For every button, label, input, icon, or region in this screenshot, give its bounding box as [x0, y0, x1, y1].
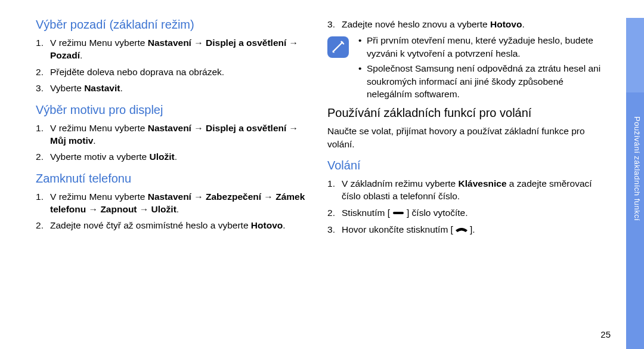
list-call: V základním režimu vyberte Klávesnice a …: [327, 177, 611, 237]
end-call-key-icon: [454, 224, 469, 237]
call-key-icon: [391, 207, 405, 220]
note-box: Při prvním otevření menu, které vyžaduje…: [327, 34, 611, 103]
list-item: V režimu Menu vyberte Nastavení → Zabezp…: [50, 190, 313, 216]
list-wallpaper: V režimu Menu vyberte Nastavení → Disple…: [36, 36, 313, 95]
note-icon: [327, 36, 349, 58]
list-item: Zadejte nové heslo znovu a vyberte Hotov…: [342, 18, 611, 30]
svg-rect-0: [393, 212, 404, 214]
list-item: Hovor ukončíte stisknutím [].: [342, 223, 611, 237]
list-item: Přejděte doleva nebo doprava na obrázek.: [50, 66, 313, 78]
paragraph: Naučte se volat, přijímat hovory a použí…: [327, 125, 611, 150]
list-lock: V režimu Menu vyberte Nastavení → Zabezp…: [36, 190, 313, 232]
heading-wallpaper: Výběr pozadí (základní režim): [36, 18, 313, 32]
list-item: Zadejte nové čtyř až osmimístné heslo a …: [50, 219, 313, 231]
note-item: Společnost Samsung není odpovědná za ztr…: [367, 62, 611, 100]
list-item: Vyberte motiv a vyberte Uložit.: [50, 150, 313, 163]
page-number: 25: [600, 329, 611, 339]
note-list: Při prvním otevření menu, které vyžaduje…: [357, 34, 611, 103]
document-page: Výběr pozadí (základní režim) V režimu M…: [0, 0, 644, 349]
list-item: V základním režimu vyberte Klávesnice a …: [342, 177, 611, 203]
list-item: Stisknutím [] číslo vytočíte.: [342, 206, 611, 220]
left-column: Výběr pozadí (základní režim) V režimu M…: [36, 18, 313, 337]
list-item: V režimu Menu vyberte Nastavení → Disple…: [50, 36, 313, 62]
right-column: Zadejte nové heslo znovu a vyberte Hotov…: [327, 18, 611, 337]
heading-theme: Výběr motivu pro displej: [36, 103, 313, 117]
heading-lock: Zamknutí telefonu: [36, 172, 313, 186]
list-item: Vyberte Nastavit.: [50, 82, 313, 94]
side-tab-label: Používání základních funkcí: [633, 116, 642, 221]
note-item: Při prvním otevření menu, které vyžaduje…: [367, 34, 611, 60]
list-lock-continued: Zadejte nové heslo znovu a vyberte Hotov…: [327, 18, 611, 30]
list-item: V režimu Menu vyberte Nastavení → Disple…: [50, 122, 313, 147]
heading-calling: Používání základních funkcí pro volání: [327, 106, 611, 120]
list-theme: V režimu Menu vyberte Nastavení → Disple…: [36, 122, 313, 163]
heading-call: Volání: [327, 159, 611, 172]
